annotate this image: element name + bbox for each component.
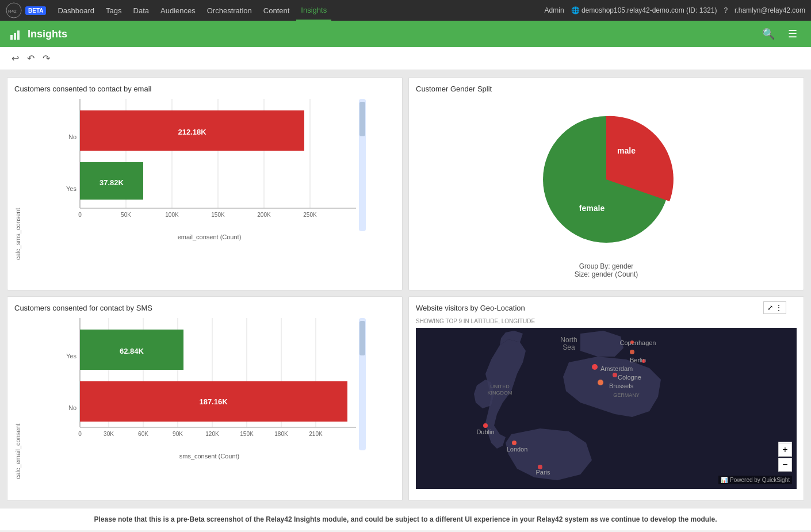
geo-location-title: Website visitors by Geo-Location xyxy=(416,304,797,312)
svg-text:No: No xyxy=(68,404,76,411)
email-consent-chart-area: No 212.18K Yes 37.82K 0 50K 100K 150K 20… xyxy=(24,99,395,260)
user-email[interactable]: r.hamlyn@relay42.com xyxy=(735,6,805,14)
nav-dashboard[interactable]: Dashboard xyxy=(53,0,99,21)
menu-button[interactable]: ☰ xyxy=(783,25,802,43)
map-container: North Sea UNITED KINGDOM GERMANY Copenha… xyxy=(416,328,797,489)
sms-consent-y-axis: calc_email_consent xyxy=(14,318,21,479)
svg-text:UNITED: UNITED xyxy=(490,384,510,389)
svg-text:90K: 90K xyxy=(173,431,183,437)
svg-text:No: No xyxy=(68,133,76,140)
svg-text:60K: 60K xyxy=(138,431,148,437)
svg-text:female: female xyxy=(579,204,605,213)
page-title: Insights xyxy=(28,28,67,40)
email-consent-bars: calc_sms_consent No 212.18K xyxy=(14,99,395,260)
admin-label[interactable]: Admin xyxy=(545,6,564,14)
main-content: Customers consented to contact by email … xyxy=(0,70,811,508)
nav-right-section: Admin 🌐 demoshop105.relay42-demo.com (ID… xyxy=(545,6,805,14)
svg-text:Cologne: Cologne xyxy=(618,374,641,381)
svg-text:London: London xyxy=(507,446,528,453)
sub-header: Insights 🔍 ☰ xyxy=(0,21,811,47)
svg-text:100K: 100K xyxy=(165,212,179,218)
map-svg: North Sea UNITED KINGDOM GERMANY Copenha… xyxy=(416,328,797,489)
nav-audiences[interactable]: Audiences xyxy=(156,0,200,21)
map-expand-button[interactable]: ⤢ ⋮ xyxy=(763,301,786,314)
quicksight-icon: 📊 xyxy=(721,477,728,483)
svg-text:Dublin: Dublin xyxy=(476,428,494,435)
svg-text:37.82K: 37.82K xyxy=(100,178,124,187)
svg-rect-3 xyxy=(14,33,16,40)
svg-text:KINGDOM: KINGDOM xyxy=(487,390,512,396)
more-options-icon: ⋮ xyxy=(775,304,782,312)
logo-area: R42 BETA xyxy=(6,2,46,18)
sms-consent-bars: calc_email_consent Yes xyxy=(14,318,395,479)
svg-rect-26 xyxy=(359,102,365,136)
svg-text:150K: 150K xyxy=(240,431,254,437)
svg-text:Brussels: Brussels xyxy=(609,382,634,389)
svg-text:Yes: Yes xyxy=(66,185,76,192)
search-button[interactable]: 🔍 xyxy=(759,25,778,43)
email-consent-x-axis-label: email_consent (Count) xyxy=(24,234,395,240)
svg-text:0: 0 xyxy=(78,431,82,437)
svg-point-75 xyxy=(512,441,517,445)
svg-text:30K: 30K xyxy=(104,431,114,437)
svg-text:Sea: Sea xyxy=(563,343,575,351)
map-zoom-controls: + − xyxy=(778,443,792,472)
undo2-button[interactable]: ↶ xyxy=(25,52,37,65)
svg-text:180K: 180K xyxy=(274,431,288,437)
gender-split-title: Customer Gender Split xyxy=(416,85,797,93)
nav-data[interactable]: Data xyxy=(129,0,154,21)
svg-point-76 xyxy=(538,465,542,469)
map-attribution: 📊 Powered by QuickSight xyxy=(718,476,792,484)
nav-orchestration[interactable]: Orchestration xyxy=(202,0,257,21)
email-consent-title: Customers consented to contact by email xyxy=(14,85,395,93)
gender-split-chart: Customer Gender Split male female Group … xyxy=(408,77,804,290)
sms-consent-x-axis-label: sms_consent (Count) xyxy=(24,453,395,460)
svg-point-78 xyxy=(642,359,645,363)
help-icon[interactable]: ? xyxy=(724,6,728,14)
toolbar: ↩ ↶ ↷ xyxy=(0,47,811,70)
svg-text:GERMANY: GERMANY xyxy=(613,392,640,398)
nav-tags[interactable]: Tags xyxy=(101,0,126,21)
footer-text: Please note that this is a pre-Beta scre… xyxy=(94,515,717,523)
svg-text:150K: 150K xyxy=(211,212,225,218)
email-consent-chart: Customers consented to contact by email … xyxy=(7,77,403,290)
nav-content[interactable]: Content xyxy=(259,0,294,21)
insights-icon xyxy=(9,27,23,41)
svg-rect-2 xyxy=(10,35,13,40)
svg-point-72 xyxy=(613,373,617,377)
svg-text:Paris: Paris xyxy=(535,469,550,476)
redo-button[interactable]: ↷ xyxy=(40,52,52,65)
svg-text:212.18K: 212.18K xyxy=(178,128,206,136)
map-zoom-out[interactable]: − xyxy=(778,458,792,472)
map-zoom-in[interactable]: + xyxy=(778,443,792,457)
nav-insights[interactable]: Insights xyxy=(296,0,331,21)
site-info: 🌐 demoshop105.relay42-demo.com (ID: 1321… xyxy=(571,6,717,14)
svg-rect-55 xyxy=(359,321,365,355)
svg-text:Yes: Yes xyxy=(66,353,76,359)
svg-point-71 xyxy=(598,380,603,385)
svg-point-74 xyxy=(483,423,488,428)
expand-icon: ⤢ xyxy=(767,304,773,312)
sub-header-title: Insights xyxy=(9,27,67,41)
svg-text:120K: 120K xyxy=(205,431,219,437)
gender-group-by: Group By: gender Size: gender (Count) xyxy=(575,262,638,278)
svg-text:200K: 200K xyxy=(257,212,271,218)
geo-location-subtitle: SHOWING TOP 9 IN LATITUDE, LONGITUDE xyxy=(416,318,797,324)
sub-header-actions: 🔍 ☰ xyxy=(759,25,802,43)
svg-text:Amsterdam: Amsterdam xyxy=(600,365,633,372)
gender-pie-svg: male female xyxy=(531,105,681,254)
svg-text:187.16K: 187.16K xyxy=(199,397,228,406)
svg-text:210K: 210K xyxy=(309,431,323,437)
svg-text:male: male xyxy=(617,146,636,155)
svg-text:250K: 250K xyxy=(303,212,317,218)
email-consent-svg: No 212.18K Yes 37.82K 0 50K 100K 150K 20… xyxy=(24,99,395,231)
svg-point-70 xyxy=(592,364,598,370)
footer: Please note that this is a pre-Beta scre… xyxy=(0,508,811,530)
svg-point-77 xyxy=(630,340,634,344)
sms-consent-chart: Customers consented for contact by SMS c… xyxy=(7,296,403,501)
svg-point-73 xyxy=(630,350,634,354)
pie-container: male female Group By: gender Size: gende… xyxy=(416,99,797,278)
svg-rect-4 xyxy=(17,30,20,40)
top-navigation: R42 BETA Dashboard Tags Data Audiences O… xyxy=(0,0,811,21)
undo-button[interactable]: ↩ xyxy=(9,52,21,65)
